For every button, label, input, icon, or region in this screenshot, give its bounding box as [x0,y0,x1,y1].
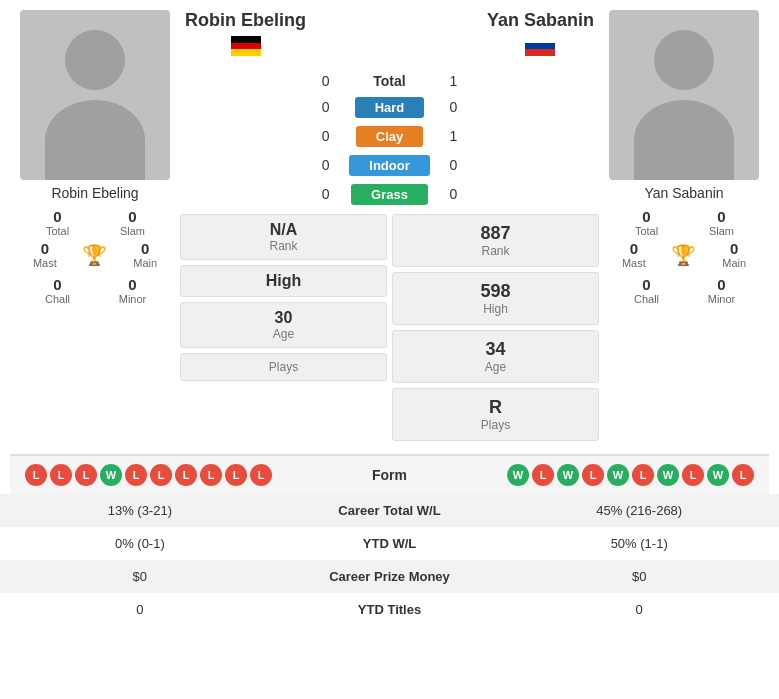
p2-total-lbl: Total [609,225,684,237]
form-badge: W [657,464,679,486]
grass-p2: 0 [440,186,490,202]
form-badge: W [557,464,579,486]
total-label-text: Total [373,73,405,89]
clay-btn-container: Clay [340,126,440,147]
trophy1-icon: 🏆 [82,243,107,267]
p2-name-header: Yan Sabanin [487,10,594,59]
p1-plays-lbl: Plays [191,360,376,374]
hard-p2: 0 [440,99,490,115]
grass-p1: 0 [290,186,340,202]
form-badge: L [682,464,704,486]
p2-age-lbl: Age [401,360,590,374]
grass-surface-btn[interactable]: Grass [351,184,428,205]
p2-mast-lbl: Mast [622,257,646,269]
stat-row: 0 YTD Titles 0 [0,593,779,626]
p1-chall-val: 0 [20,276,95,293]
stats-rows: 13% (3-21) Career Total W/L 45% (216-268… [0,494,779,626]
p2-slam-val: 0 [684,208,759,225]
p1-total-lbl: Total [20,225,95,237]
stat-p2-val: 0 [514,602,764,617]
p2-minor-lbl: Minor [684,293,759,305]
p1-total-val: 0 [20,208,95,225]
stat-label: Career Prize Money [265,569,515,584]
hard-btn-container: Hard [340,97,440,118]
p2-mast-item: 0 Mast [622,240,646,269]
total-p1-val: 0 [290,73,340,89]
p2-trophy-icon-item: 🏆 [671,243,696,267]
p2-age-val: 34 [401,339,590,360]
center-bottom-panels: N/A Rank High 30 Age Plays [180,214,599,446]
stat-p2-val: 45% (216-268) [514,503,764,518]
stat-label: YTD Titles [265,602,515,617]
player2-name: Yan Sabanin [644,185,723,201]
p2-rank-box: 887 Rank [392,214,599,267]
stat-label: Career Total W/L [265,503,515,518]
avatar2-head [654,30,714,90]
player1-avatar [20,10,170,180]
form-badge: W [100,464,122,486]
p1-minor-stat: 0 Minor [95,273,170,308]
form-badge: W [707,464,729,486]
p1-main-item: 0 Main [133,240,157,269]
p1-high-val: High [191,272,376,290]
p1-rank-val: N/A [191,221,376,239]
form-badge: W [507,464,529,486]
center-area: Robin Ebeling Yan Sabanin [180,10,599,446]
stat-p1-val: $0 [15,569,265,584]
p1-main-val: 0 [141,240,149,257]
form-badge: L [50,464,72,486]
p2-main-item: 0 Main [722,240,746,269]
form-badge: L [632,464,654,486]
p2-minor-val: 0 [684,276,759,293]
form-badge: L [175,464,197,486]
hard-row: 0 Hard 0 [180,93,599,122]
hard-p1: 0 [290,99,340,115]
grass-btn-container: Grass [340,184,440,205]
avatar2-body [634,100,734,180]
p1-rank-lbl: Rank [191,239,376,253]
stat-row: $0 Career Prize Money $0 [0,560,779,593]
p1-chall-stat: 0 Chall [20,273,95,308]
p2-chall-val: 0 [609,276,684,293]
p1-mast-val: 0 [41,240,49,257]
p2-flag [525,36,555,56]
p2-rank-lbl: Rank [401,244,590,258]
p2-minor-stat: 0 Minor [684,273,759,308]
players-section: Robin Ebeling 0 Total 0 Slam 0 Mast 🏆 [0,0,779,446]
p1-flag [231,36,261,56]
stat-p1-val: 0% (0-1) [15,536,265,551]
avatar1-body [45,100,145,180]
p2-rank-val: 887 [401,223,590,244]
indoor-surface-btn[interactable]: Indoor [349,155,429,176]
p2-bottom-stats: 0 Chall 0 Minor [609,273,759,308]
form-badge: L [200,464,222,486]
form-badge: L [25,464,47,486]
clay-surface-btn[interactable]: Clay [356,126,423,147]
p2-main-val: 0 [730,240,738,257]
p1-slam-lbl: Slam [95,225,170,237]
player1-stats-grid: 0 Total 0 Slam [20,205,170,240]
stat-p2-val: 50% (1-1) [514,536,764,551]
p2-mast-val: 0 [630,240,638,257]
p2-name-title: Yan Sabanin [487,10,594,32]
p1-name-span: Robin Ebeling [185,10,306,30]
form-badge: L [75,464,97,486]
p2-trophy-row: 0 Mast 🏆 0 Main [609,240,759,269]
p1-form-badges: LLLWLLLLLL [25,464,330,486]
form-badge: L [150,464,172,486]
p2-total-stat: 0 Total [609,205,684,240]
p1-trophy-row: 0 Mast 🏆 0 Main [20,240,170,269]
hard-surface-btn[interactable]: Hard [355,97,425,118]
form-section: LLLWLLLLLL Form WLWLWLWLWL [10,454,769,494]
match-rows: 0 Total 1 0 Hard 0 0 Cla [180,69,599,209]
stat-row: 13% (3-21) Career Total W/L 45% (216-268… [0,494,779,527]
p2-name-span: Yan Sabanin [487,10,594,30]
p1-high-box: High [180,265,387,297]
total-p2-val: 1 [440,73,490,89]
p2-plays-box: R Plays [392,388,599,441]
p1-chall-lbl: Chall [20,293,95,305]
p1-minor-lbl: Minor [95,293,170,305]
p2-chall-stat: 0 Chall [609,273,684,308]
player1-area: Robin Ebeling 0 Total 0 Slam 0 Mast 🏆 [10,10,180,308]
player2-area: Yan Sabanin 0 Total 0 Slam 0 Mast 🏆 [599,10,769,308]
